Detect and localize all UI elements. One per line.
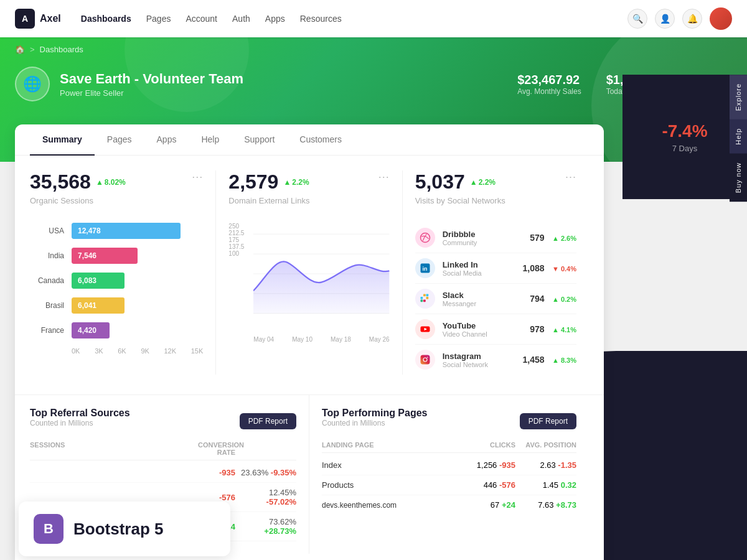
brand[interactable]: A Axel: [15, 9, 61, 29]
help-button[interactable]: Help: [730, 119, 747, 154]
top-pages-title: Top Performing Pages: [322, 408, 428, 419]
y-1375: 137.5: [228, 243, 251, 250]
slack-info: Slack Messanger: [443, 291, 523, 307]
dark-stat-label: 7 Days: [672, 144, 697, 153]
organic-sessions-badge: ▲ 8.02%: [96, 178, 126, 187]
dribbble-info: Dribbble Community: [443, 230, 523, 246]
hero-subtitle: Power Elite Seller: [60, 88, 243, 98]
bar-track-india: 7,546: [72, 248, 203, 264]
nav-auth[interactable]: Auth: [232, 11, 250, 26]
svg-rect-12: [426, 294, 428, 297]
tab-pages[interactable]: Pages: [95, 124, 144, 156]
social-row-slack: Slack Messanger 794 ▲ 0.2%: [415, 284, 576, 314]
bar-label-usa: USA: [30, 226, 64, 235]
top-pages-header: LANDING PAGE CLICKS AVG. POSITION: [322, 437, 576, 453]
bar-row-usa: USA 12,478: [30, 223, 203, 239]
brand-icon: A: [15, 9, 35, 29]
tab-customers[interactable]: Customers: [287, 124, 354, 156]
bar-row-india: India 7,546: [30, 248, 203, 264]
dark-panel: -7.4% 7 Days: [622, 75, 747, 199]
organic-sessions-value: 35,568 ▲ 8.02%: [30, 170, 126, 194]
instagram-icon: [415, 350, 435, 370]
tab-summary[interactable]: Summary: [30, 124, 95, 156]
x-may10: May 10: [292, 336, 312, 343]
user-icon[interactable]: 👤: [655, 9, 675, 29]
nav-dashboards[interactable]: Dashboards: [81, 11, 131, 26]
nav-pages[interactable]: Pages: [146, 11, 171, 26]
tab-apps[interactable]: Apps: [144, 124, 189, 156]
instagram-stats: 1,458 ▲ 8.3%: [522, 354, 576, 365]
y-175: 175: [228, 236, 251, 243]
col-sessions: SESSIONS: [30, 441, 193, 456]
social-row-dribbble: Dribbble Community 579 ▲ 2.6%: [415, 223, 576, 253]
bar-label-france: France: [30, 326, 64, 335]
axis-15k: 15K: [191, 347, 204, 355]
x-may18: May 18: [331, 336, 351, 343]
axis-6k: 6K: [118, 347, 126, 355]
nav-apps[interactable]: Apps: [265, 11, 285, 26]
social-row-instagram: Instagram Social Network 1,458 ▲ 8.3%: [415, 345, 576, 375]
bar-track-france: 4,420: [72, 322, 203, 338]
top-pages-pdf-btn[interactable]: PDF Report: [520, 413, 576, 429]
organic-more-btn[interactable]: ···: [192, 170, 203, 184]
referral-pdf-btn[interactable]: PDF Report: [240, 413, 296, 429]
youtube-name: YouTube: [443, 321, 523, 330]
line-chart-wrapper: 250 212.5 175 137.5 100: [228, 218, 389, 344]
dribbble-type: Community: [443, 239, 523, 246]
organic-sessions-section: 35,568 ▲ 8.02% Organic Sessions ··· USA …: [30, 170, 216, 375]
notification-icon[interactable]: 🔔: [682, 9, 702, 29]
avatar[interactable]: [710, 7, 732, 30]
social-more-btn[interactable]: ···: [565, 170, 576, 184]
breadcrumb-separator: >: [30, 45, 35, 54]
organic-sessions-label: Organic Sessions: [30, 196, 126, 205]
svg-rect-13: [426, 297, 428, 299]
explore-button[interactable]: Explore: [730, 75, 747, 119]
home-icon[interactable]: 🏠: [15, 45, 25, 54]
top-pages-subtitle: Counted in Millions: [322, 419, 428, 427]
col-landing-page: LANDING PAGE: [322, 441, 454, 449]
referral-table-header: SESSIONS CONVERSION RATE: [30, 437, 296, 460]
referral-subtitle: Counted in Millions: [30, 419, 130, 427]
bar-row-canada: Canada 6,083: [30, 273, 203, 289]
axis-3k: 3K: [95, 347, 103, 355]
hero-title: Save Earth - Volunteer Team: [60, 71, 243, 87]
buynow-button[interactable]: Buy now: [730, 154, 747, 202]
bar-label-india: India: [30, 251, 64, 260]
bootstrap-icon: B: [34, 514, 63, 544]
dribbble-change: ▲ 2.6%: [552, 235, 576, 242]
x-may04: May 04: [253, 336, 274, 343]
nav-right: 🔍 👤 🔔: [627, 7, 732, 30]
bar-track-usa: 12,478: [72, 223, 203, 239]
bar-label-brasil: Brasil: [30, 301, 64, 310]
instagram-count: 1,458: [522, 355, 544, 365]
slack-change: ▲ 0.2%: [552, 296, 576, 303]
bar-track-brasil: 6,041: [72, 297, 203, 314]
bar-row-france: France 4,420: [30, 322, 203, 338]
slack-icon: [415, 289, 435, 309]
tab-help[interactable]: Help: [189, 124, 232, 156]
y-axis: 250 212.5 175 137.5 100: [228, 218, 251, 262]
nav-resources[interactable]: Resources: [300, 11, 342, 26]
hero-logo: 🌐: [15, 67, 50, 101]
youtube-info: YouTube Video Channel: [443, 321, 523, 338]
domain-links-label: Domain External Links: [228, 196, 309, 205]
slack-name: Slack: [443, 291, 523, 300]
social-networks-section: 5,037 ▲ 2.2% Visits by Social Networks ·…: [403, 170, 589, 375]
axis-0k: 0K: [72, 347, 80, 355]
axis-12k: 12K: [164, 347, 177, 355]
slack-type: Messanger: [443, 300, 523, 307]
search-icon[interactable]: 🔍: [627, 9, 647, 29]
hero-stat-sales-value: $23,467.92: [517, 73, 581, 87]
social-badge: ▲ 2.2%: [470, 178, 496, 187]
domain-more-btn[interactable]: ···: [378, 170, 390, 184]
linkedin-stats: 1,088 ▼ 0.4%: [522, 263, 576, 274]
bar-axis: 0K 3K 6K 9K 12K 15K: [30, 347, 203, 355]
y-100: 100: [228, 250, 251, 257]
social-row-youtube: YouTube Video Channel 978 ▲ 4.1%: [415, 314, 576, 345]
main-card: Summary Pages Apps Help Support Customer…: [15, 124, 604, 560]
tab-support[interactable]: Support: [232, 124, 287, 156]
nav-account[interactable]: Account: [186, 11, 217, 26]
bootstrap-promo: B Bootstrap 5: [19, 502, 230, 556]
x-axis: May 04 May 10 May 18 May 26: [253, 335, 389, 344]
breadcrumb: 🏠 > Dashboards: [15, 37, 732, 62]
